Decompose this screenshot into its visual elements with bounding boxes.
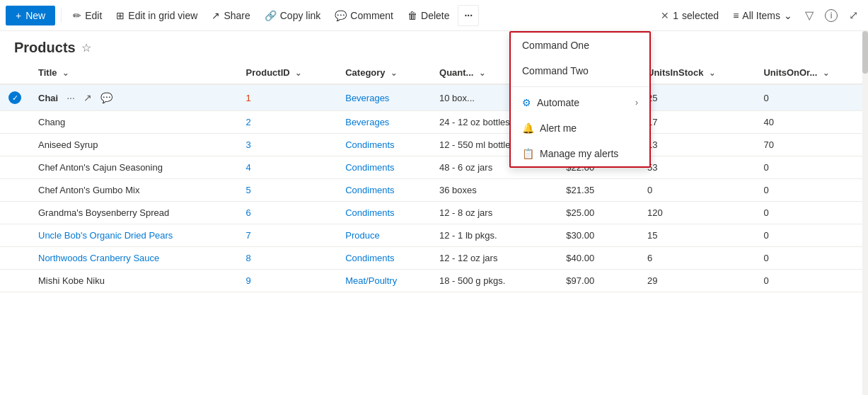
filter-button[interactable]: ▽ [801, 4, 818, 26]
row-more-button[interactable]: ··· [64, 91, 78, 105]
unitsonorder-cell: 0 [755, 224, 868, 247]
title-cell: Chang [30, 111, 238, 134]
scrollbar[interactable] [862, 31, 868, 389]
more-button[interactable]: ··· [458, 5, 479, 26]
unitsinstock-cell: 0 [639, 179, 755, 202]
row-title-link[interactable]: Uncle Bob's Organic Dried Pears [38, 230, 173, 241]
quantity-cell: 12 - 1 lb pkgs. [431, 224, 557, 247]
unitsinstock-cell: 29 [639, 270, 755, 292]
row-checkbox[interactable] [0, 156, 30, 179]
delete-button[interactable]: 🗑 Delete [402, 6, 455, 25]
new-label: New [25, 10, 45, 21]
productid-link[interactable]: 7 [246, 230, 251, 241]
link-icon: 🔗 [265, 10, 277, 21]
selected-label: selected [682, 10, 719, 21]
unitsinstock-column-header[interactable]: UnitsInStock ⌄ [639, 62, 755, 84]
category-link[interactable]: Condiments [345, 207, 394, 218]
category-link[interactable]: Condiments [345, 185, 394, 195]
productid-link[interactable]: 6 [246, 207, 251, 218]
share-icon: ↗ [212, 10, 220, 21]
sort-icon-unitsonorder: ⌄ [823, 69, 829, 77]
list-icon: ≡ [733, 10, 739, 21]
manage-alerts-item[interactable]: 📋 Manage my alerts [511, 141, 649, 166]
divider-1 [61, 8, 62, 23]
row-actions: ··· ↗ 💬 [64, 91, 115, 105]
share-button[interactable]: ↗ Share [206, 6, 255, 25]
category-link[interactable]: Meat/Poultry [345, 275, 397, 286]
row-checkbox[interactable] [0, 111, 30, 134]
productid-link[interactable]: 5 [246, 185, 251, 195]
row-title: Grandma's Boysenberry Spread [38, 207, 169, 218]
command-one-item[interactable]: Command One [511, 33, 649, 58]
category-link[interactable]: Beverages [345, 93, 389, 103]
sort-icon-unitsinstock: ⌄ [709, 69, 715, 77]
automate-label: Automate [537, 97, 579, 108]
category-cell: Beverages [337, 84, 431, 111]
more-icon: ··· [464, 10, 473, 21]
comment-button[interactable]: 💬 Comment [329, 6, 399, 25]
row-checkbox[interactable] [0, 224, 30, 247]
category-column-header[interactable]: Category ⌄ [337, 62, 431, 84]
table-header-row: Title ⌄ ProductID ⌄ Category ⌄ Quant... … [0, 62, 868, 84]
title-cell: Mishi Kobe Niku [30, 270, 238, 292]
grid-icon: ⊞ [116, 10, 125, 21]
category-link[interactable]: Beverages [345, 117, 389, 127]
productid-link[interactable]: 9 [246, 275, 251, 286]
productid-link[interactable]: 2 [246, 117, 251, 127]
quantity-cell: 36 boxes [431, 179, 557, 202]
category-link[interactable]: Produce [345, 230, 379, 241]
expand-button[interactable]: ⤢ [845, 4, 862, 26]
plus-icon: + [16, 10, 21, 21]
row-title-link[interactable]: Northwoods Cranberry Sauce [38, 253, 159, 263]
row-checkbox[interactable] [0, 247, 30, 270]
unitsonorder-cell: 70 [755, 134, 868, 156]
productid-column-header[interactable]: ProductID ⌄ [238, 62, 337, 84]
unitprice-cell: $97.00 [557, 270, 639, 292]
title-column-header[interactable]: Title ⌄ [30, 62, 238, 84]
info-button[interactable]: i [821, 5, 842, 26]
unitsonorder-column-header[interactable]: UnitsOnOr... ⌄ [755, 62, 868, 84]
automate-item[interactable]: ⚙ Automate › [511, 90, 649, 115]
copy-link-button[interactable]: 🔗 Copy link [259, 6, 327, 25]
toolbar-right: ✕ 1 selected ≡ All Items ⌄ ▽ i ⤢ [655, 4, 862, 26]
productid-cell: 6 [238, 202, 337, 224]
command-two-item[interactable]: Command Two [511, 58, 649, 84]
row-checkbox[interactable] [0, 270, 30, 292]
row-checkbox[interactable] [0, 134, 30, 156]
category-link[interactable]: Condiments [345, 139, 394, 150]
unitsinstock-cell: 53 [639, 156, 755, 179]
row-checkbox[interactable] [0, 179, 30, 202]
row-comment-button[interactable]: 💬 [98, 91, 115, 105]
category-link[interactable]: Condiments [345, 162, 394, 173]
star-icon[interactable]: ☆ [81, 41, 91, 55]
productid-link[interactable]: 8 [246, 253, 251, 263]
title-cell: Chai ··· ↗ 💬 [30, 84, 238, 111]
new-button[interactable]: + New [6, 6, 55, 25]
productid-link[interactable]: 3 [246, 139, 251, 150]
checkbox-header[interactable] [0, 62, 30, 84]
table-row: ✓ Chai ··· ↗ 💬 1Beverages10 box...250 [0, 84, 868, 111]
edit-button[interactable]: ✏ Edit [67, 6, 108, 25]
all-items-button[interactable]: ≡ All Items ⌄ [727, 6, 798, 25]
all-items-label: All Items [742, 10, 780, 21]
alert-me-item[interactable]: 🔔 Alert me [511, 115, 649, 141]
row-checkbox[interactable]: ✓ [0, 84, 30, 111]
row-share-button[interactable]: ↗ [81, 91, 95, 105]
title-cell: Northwoods Cranberry Sauce [30, 247, 238, 270]
page-header: Products ☆ [0, 31, 868, 62]
edit-grid-button[interactable]: ⊞ Edit in grid view [110, 6, 203, 25]
sort-icon-productid: ⌄ [295, 69, 301, 77]
table-row: Aniseed Syrup3Condiments12 - 550 ml bott… [0, 134, 868, 156]
scrollbar-thumb[interactable] [862, 31, 868, 74]
category-link[interactable]: Condiments [345, 253, 394, 263]
unitsonorder-cell: 0 [755, 179, 868, 202]
chevron-down-icon: ⌄ [784, 10, 792, 21]
unitsinstock-cell: 25 [639, 84, 755, 111]
page-title: Products [14, 40, 76, 56]
command-two-label: Command Two [522, 65, 589, 76]
unitsonorder-cell: 0 [755, 247, 868, 270]
chevron-right-icon: › [635, 98, 638, 108]
productid-link[interactable]: 4 [246, 162, 251, 173]
row-checkbox[interactable] [0, 202, 30, 224]
sort-icon-quantity: ⌄ [479, 69, 485, 77]
